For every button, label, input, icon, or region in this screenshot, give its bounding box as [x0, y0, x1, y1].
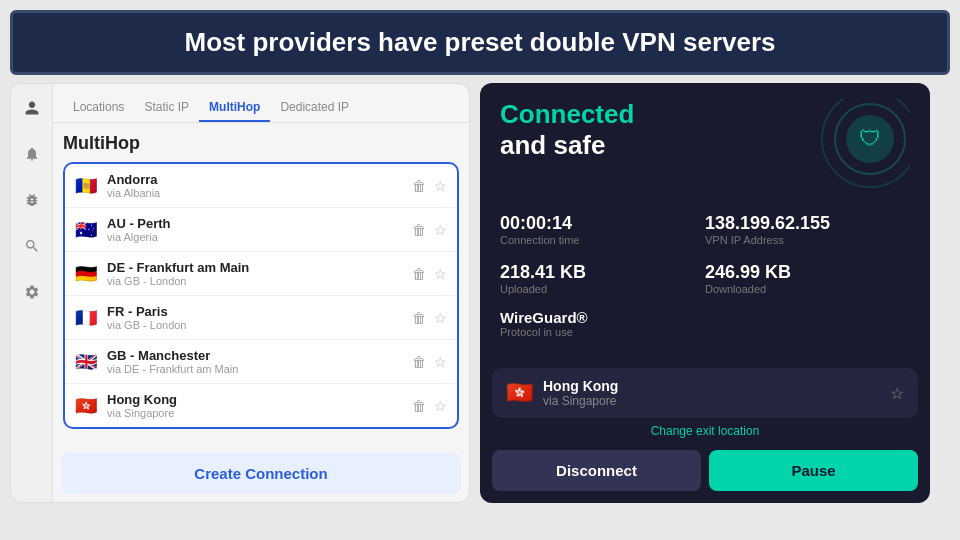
server-list-container: MultiHop Andorra via Albania 🗑 ☆	[53, 123, 469, 445]
tab-locations[interactable]: Locations	[63, 94, 134, 122]
bottom-buttons: Disconnect Pause	[480, 442, 930, 503]
list-item[interactable]: Hong Kong via Singapore 🗑 ☆	[65, 384, 457, 427]
server-via: via DE - Frankfurt am Main	[107, 363, 412, 375]
current-server-info: Hong Kong via Singapore	[506, 378, 618, 408]
sidebar	[11, 84, 53, 502]
sidebar-icon-person[interactable]	[18, 94, 46, 122]
server-name: FR - Paris	[107, 304, 412, 319]
stat-uploaded-value: 218.41 KB	[500, 262, 705, 283]
spacer	[480, 346, 930, 368]
connected-area: Connected and safe 🛡	[480, 83, 930, 201]
section-title: MultiHop	[63, 133, 459, 154]
server-via: via Albania	[107, 187, 412, 199]
star-icon[interactable]: ☆	[434, 310, 447, 326]
delete-icon[interactable]: 🗑	[412, 398, 426, 414]
server-name: DE - Frankfurt am Main	[107, 260, 412, 275]
flag-gb-icon	[75, 354, 99, 370]
panel-content: Locations Static IP MultiHop Dedicated I…	[53, 84, 469, 502]
connected-text-block: Connected and safe	[500, 99, 634, 161]
current-server-star-icon[interactable]: ☆	[890, 384, 904, 403]
flag-au-icon	[75, 222, 99, 238]
create-connection-button[interactable]: Create Connection	[61, 453, 461, 494]
shield-circles-svg: 🛡	[800, 99, 910, 189]
pause-button[interactable]: Pause	[709, 450, 918, 491]
header-banner: Most providers have preset double VPN se…	[10, 10, 950, 75]
stat-uploaded: 218.41 KB Uploaded	[500, 254, 705, 303]
stat-connection-time: 00:00:14 Connection time	[500, 205, 705, 254]
svg-text:🛡: 🛡	[859, 126, 881, 151]
server-info: FR - Paris via GB - London	[107, 304, 412, 331]
stat-vpn-ip-value: 138.199.62.155	[705, 213, 910, 234]
tab-multihop[interactable]: MultiHop	[199, 94, 270, 122]
list-item[interactable]: GB - Manchester via DE - Frankfurt am Ma…	[65, 340, 457, 384]
safe-text: and safe	[500, 130, 634, 161]
star-icon[interactable]: ☆	[434, 222, 447, 238]
protocol-area: WireGuard® Protocol in use	[480, 303, 930, 346]
stat-downloaded-label: Downloaded	[705, 283, 910, 295]
stat-downloaded-value: 246.99 KB	[705, 262, 910, 283]
vpn-panel-right: Connected and safe 🛡 00:00:14 Connection…	[480, 83, 930, 503]
sidebar-icon-search[interactable]	[18, 232, 46, 260]
server-actions: 🗑 ☆	[412, 266, 447, 282]
server-name: Andorra	[107, 172, 412, 187]
disconnect-button[interactable]: Disconnect	[492, 450, 701, 491]
tab-dedicated-ip[interactable]: Dedicated IP	[270, 94, 359, 122]
server-via: via GB - London	[107, 275, 412, 287]
server-actions: 🗑 ☆	[412, 178, 447, 194]
server-info: Andorra via Albania	[107, 172, 412, 199]
star-icon[interactable]: ☆	[434, 178, 447, 194]
list-item[interactable]: Andorra via Albania 🗑 ☆	[65, 164, 457, 208]
flag-de-icon	[75, 266, 99, 282]
server-name: Hong Kong	[107, 392, 412, 407]
protocol-label: Protocol in use	[500, 326, 910, 338]
sidebar-icon-bell[interactable]	[18, 140, 46, 168]
current-server-name: Hong Kong	[543, 378, 618, 394]
stats-grid: 00:00:14 Connection time 138.199.62.155 …	[480, 205, 930, 303]
stat-downloaded: 246.99 KB Downloaded	[705, 254, 910, 303]
current-server-flag	[506, 380, 533, 406]
server-actions: 🗑 ☆	[412, 398, 447, 414]
current-server-text: Hong Kong via Singapore	[543, 378, 618, 408]
star-icon[interactable]: ☆	[434, 354, 447, 370]
sidebar-icon-settings[interactable]	[18, 278, 46, 306]
tab-static-ip[interactable]: Static IP	[134, 94, 199, 122]
delete-icon[interactable]: 🗑	[412, 178, 426, 194]
main-content: Locations Static IP MultiHop Dedicated I…	[0, 83, 960, 503]
server-actions: 🗑 ☆	[412, 222, 447, 238]
delete-icon[interactable]: 🗑	[412, 266, 426, 282]
delete-icon[interactable]: 🗑	[412, 222, 426, 238]
server-actions: 🗑 ☆	[412, 354, 447, 370]
server-via: via Singapore	[107, 407, 412, 419]
server-info: Hong Kong via Singapore	[107, 392, 412, 419]
current-server-via: via Singapore	[543, 394, 618, 408]
header-title: Most providers have preset double VPN se…	[33, 27, 927, 58]
stat-uploaded-label: Uploaded	[500, 283, 705, 295]
shield-area: 🛡	[800, 99, 910, 189]
change-exit-location-button[interactable]: Change exit location	[480, 418, 930, 442]
star-icon[interactable]: ☆	[434, 398, 447, 414]
server-list: Andorra via Albania 🗑 ☆ AU - Perth via A…	[63, 162, 459, 429]
server-actions: 🗑 ☆	[412, 310, 447, 326]
list-item[interactable]: FR - Paris via GB - London 🗑 ☆	[65, 296, 457, 340]
tabs: Locations Static IP MultiHop Dedicated I…	[53, 84, 469, 123]
delete-icon[interactable]: 🗑	[412, 310, 426, 326]
delete-icon[interactable]: 🗑	[412, 354, 426, 370]
flag-andorra-icon	[75, 178, 99, 194]
vpn-panel-left: Locations Static IP MultiHop Dedicated I…	[10, 83, 470, 503]
star-icon[interactable]: ☆	[434, 266, 447, 282]
stat-vpn-ip-label: VPN IP Address	[705, 234, 910, 246]
server-name: AU - Perth	[107, 216, 412, 231]
server-info: AU - Perth via Algeria	[107, 216, 412, 243]
server-info: DE - Frankfurt am Main via GB - London	[107, 260, 412, 287]
protocol-name: WireGuard®	[500, 309, 910, 326]
sidebar-icon-bug[interactable]	[18, 186, 46, 214]
stat-connection-time-value: 00:00:14	[500, 213, 705, 234]
current-server: Hong Kong via Singapore ☆	[492, 368, 918, 418]
list-item[interactable]: DE - Frankfurt am Main via GB - London 🗑…	[65, 252, 457, 296]
server-via: via GB - London	[107, 319, 412, 331]
flag-hk-icon	[75, 398, 99, 414]
server-name: GB - Manchester	[107, 348, 412, 363]
server-info: GB - Manchester via DE - Frankfurt am Ma…	[107, 348, 412, 375]
flag-fr-icon	[75, 310, 99, 326]
list-item[interactable]: AU - Perth via Algeria 🗑 ☆	[65, 208, 457, 252]
